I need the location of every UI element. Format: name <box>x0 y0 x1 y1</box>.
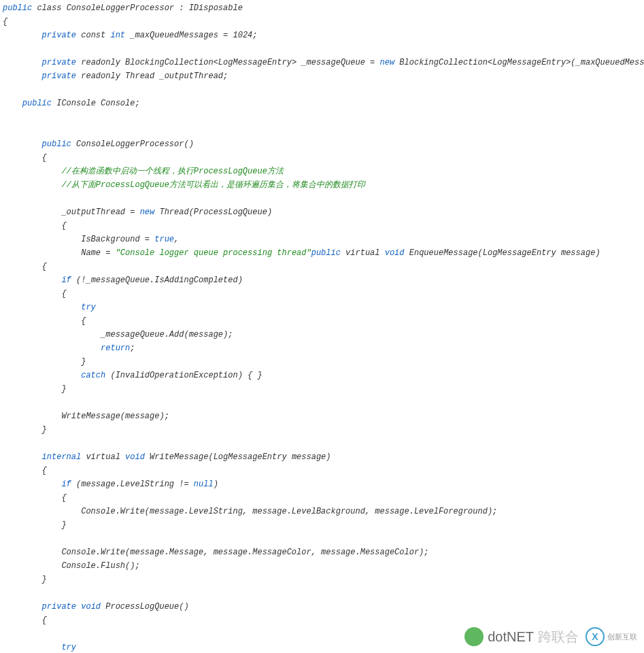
wechat-icon <box>464 627 484 646</box>
watermark-cx: X 创新互联 <box>586 627 637 646</box>
watermark-dotnet: dotNET跨联合 <box>464 627 579 646</box>
watermark: dotNET跨联合 X 创新互联 <box>464 627 637 646</box>
cx-logo-icon: X <box>586 627 605 646</box>
watermark-text1: dotNET <box>488 630 534 643</box>
code-block: public class ConsoleLoggerProcessor : ID… <box>3 1 641 653</box>
watermark-text2: 创新互联 <box>607 630 637 643</box>
